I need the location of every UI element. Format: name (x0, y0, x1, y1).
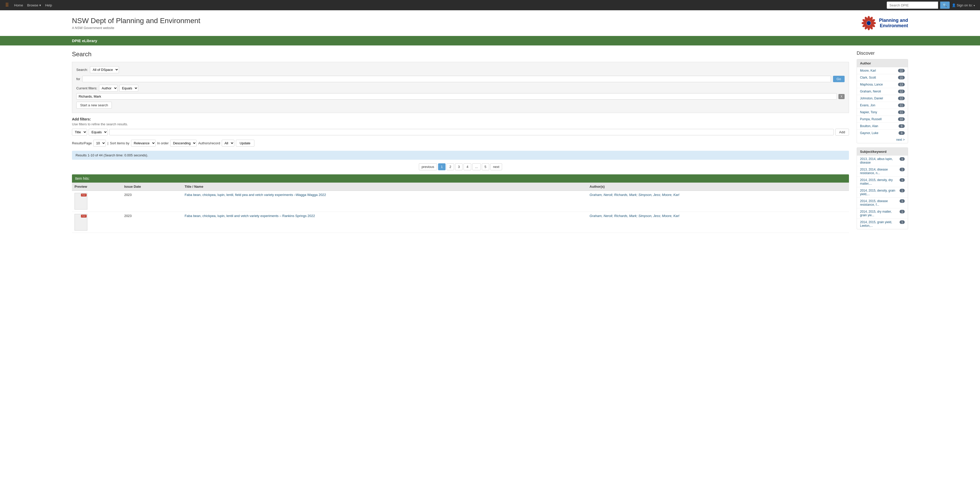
add-filter-button[interactable]: Add (835, 129, 849, 136)
page-3-button[interactable]: 3 (455, 163, 463, 170)
author-count: 12 (898, 97, 905, 100)
preview-thumbnail[interactable]: PDF (75, 193, 88, 210)
author-name: Johnston, Daniel (860, 97, 883, 100)
discover-heading: Discover (857, 51, 908, 56)
subject-discover-item[interactable]: 2014, 2015, grain yield, Leeton,... 1 (857, 219, 908, 229)
title-link[interactable]: Faba bean, chickpea, lupin, lentil, fiel… (185, 193, 326, 197)
pagination: previous 1 2 3 4 ... 5 next (72, 163, 849, 170)
sort-by-select[interactable]: Relevance (131, 140, 156, 147)
author-discover-item[interactable]: Moore, Karl 22 (857, 67, 908, 74)
chevron-down-icon: ▾ (974, 4, 975, 7)
subject-count: 1 (900, 220, 905, 224)
page-1-button[interactable]: 1 (438, 163, 445, 170)
in-order-select[interactable]: Descending (170, 140, 197, 147)
site-logo: Planning and Environment (861, 16, 908, 31)
help-link[interactable]: Help (45, 3, 52, 7)
subject-discover-item[interactable]: 2014, 2015, density, grain yield,... 1 (857, 187, 908, 198)
subject-name: 2014, 2015, grain yield, Leeton,... (860, 220, 898, 227)
author-link[interactable]: Graham, Neroli; Richards, Mark; Simpson,… (590, 193, 679, 197)
subject-name: 2013, 2014, disease resistance, n... (860, 168, 898, 175)
subject-discover-item[interactable]: 2013, 2014, albus lupin, disease 1 (857, 156, 908, 166)
author-discover-item[interactable]: Maphosa, Lance 13 (857, 81, 908, 88)
author-discover-item[interactable]: Graham, Neroli 12 (857, 88, 908, 95)
add-filter-operator-select[interactable]: Equals (89, 129, 108, 136)
table-header-row: Preview Issue Date Title / Name Author(s… (72, 183, 849, 191)
author-discover-section: Author Moore, Karl 22Clark, Scott 15Maph… (857, 59, 908, 143)
browse-link[interactable]: Browse ▾ (27, 3, 41, 7)
item-hits-header: Item hits: (72, 175, 849, 183)
author-count: 22 (898, 69, 905, 72)
author-discover-item[interactable]: Evans, Jon 11 (857, 102, 908, 109)
author-name: Boulton, Alan (860, 124, 878, 128)
author-link[interactable]: Graham, Neroli; Richards, Mark; Simpson,… (590, 214, 679, 218)
col-title: Title / Name (182, 183, 587, 191)
author-name: Napier, Tony (860, 110, 877, 114)
go-button[interactable]: Go (833, 76, 845, 82)
col-preview: Preview (72, 183, 121, 191)
subject-discover-item[interactable]: 2014, 2015, dry matter, grain yie... 1 (857, 208, 908, 219)
add-filter-value-input[interactable] (109, 129, 834, 135)
sort-by-label: Sort items by (110, 141, 129, 145)
filter-field-select[interactable]: Author (99, 85, 118, 92)
author-count: 15 (898, 76, 905, 79)
search-label: Search: (76, 68, 88, 71)
author-discover-item[interactable]: Boulton, Alan 9 (857, 123, 908, 130)
filter-value-row: X (76, 93, 845, 100)
author-next-link[interactable]: next > (857, 137, 908, 143)
site-header: NSW Dept of Planning and Environment A N… (0, 10, 980, 36)
subject-count: 1 (900, 189, 905, 192)
page-5-button[interactable]: 5 (482, 163, 489, 170)
previous-button[interactable]: previous (419, 163, 437, 170)
search-for-input[interactable] (82, 76, 831, 82)
authors-record-select[interactable]: All (222, 140, 234, 147)
add-filter-row: Title Equals Add (72, 129, 849, 136)
page-title: NSW Dept of Planning and Environment (72, 17, 200, 25)
results-per-page-select[interactable]: 10 (93, 140, 106, 147)
author-count: 13 (898, 83, 905, 86)
add-filter-field-select[interactable]: Title (72, 129, 87, 136)
title-link[interactable]: Faba bean, chickpea, lupin, lentil and v… (185, 214, 315, 218)
start-new-search-button[interactable]: Start a new search (76, 102, 112, 109)
search-scope-row: Search: All of DSpace (76, 66, 845, 73)
preview-cell: PDF (72, 191, 121, 212)
author-discover-item[interactable]: Napier, Tony 11 (857, 109, 908, 116)
filter-operator-select[interactable]: Equals (119, 85, 138, 92)
pdf-badge: PDF (81, 215, 87, 217)
sign-in-button[interactable]: 👤 Sign on to: ▾ (952, 3, 975, 7)
search-scope-select[interactable]: All of DSpace (90, 66, 119, 73)
subject-discover-section: Subject/keyword 2013, 2014, albus lupin,… (857, 148, 908, 229)
title-cell: Faba bean, chickpea, lupin, lentil and v… (182, 212, 587, 233)
author-count: 10 (898, 117, 905, 121)
table-row: PDF 2023Faba bean, chickpea, lupin, lent… (72, 191, 849, 212)
subject-discover-item[interactable]: 2014, 2015, density, dry matter,... 1 (857, 177, 908, 187)
page-2-button[interactable]: 2 (447, 163, 454, 170)
page-4-button[interactable]: 4 (463, 163, 471, 170)
col-issue-date: Issue Date (121, 183, 182, 191)
search-button[interactable]: 🔍 (940, 2, 950, 9)
filter-value-input[interactable] (76, 93, 837, 100)
nsw-logo-icon (861, 16, 877, 31)
author-discover-item[interactable]: Johnston, Daniel 12 (857, 95, 908, 102)
home-link[interactable]: Home (14, 3, 23, 7)
search-input[interactable] (887, 2, 938, 9)
author-count: 12 (898, 90, 905, 93)
issue-date-cell: 2023 (121, 212, 182, 233)
author-name: Evans, Jon (860, 103, 875, 107)
issue-date-cell: 2023 (121, 191, 182, 212)
results-table: Preview Issue Date Title / Name Author(s… (72, 183, 849, 233)
author-discover-item[interactable]: Clark, Scott 15 (857, 74, 908, 81)
subject-count: 1 (900, 210, 905, 213)
preview-cell: PDF (72, 212, 121, 233)
authors-cell: Graham, Neroli; Richards, Mark; Simpson,… (587, 191, 849, 212)
author-discover-item[interactable]: Gaynor, Luke 9 (857, 130, 908, 137)
table-row: PDF 2023Faba bean, chickpea, lupin, lent… (72, 212, 849, 233)
remove-filter-button[interactable]: X (838, 94, 845, 99)
author-discover-item[interactable]: Pumpa, Russell 10 (857, 116, 908, 123)
preview-thumbnail[interactable]: PDF (75, 214, 88, 231)
pipe-separator: | (107, 141, 108, 145)
next-button[interactable]: next (490, 163, 502, 170)
site-title: NSW Dept of Planning and Environment A N… (72, 17, 200, 30)
subject-discover-item[interactable]: 2014, 2015, disease resistance, f... 1 (857, 198, 908, 208)
subject-discover-item[interactable]: 2013, 2014, disease resistance, n... 1 (857, 166, 908, 177)
update-button[interactable]: Update (236, 140, 255, 147)
